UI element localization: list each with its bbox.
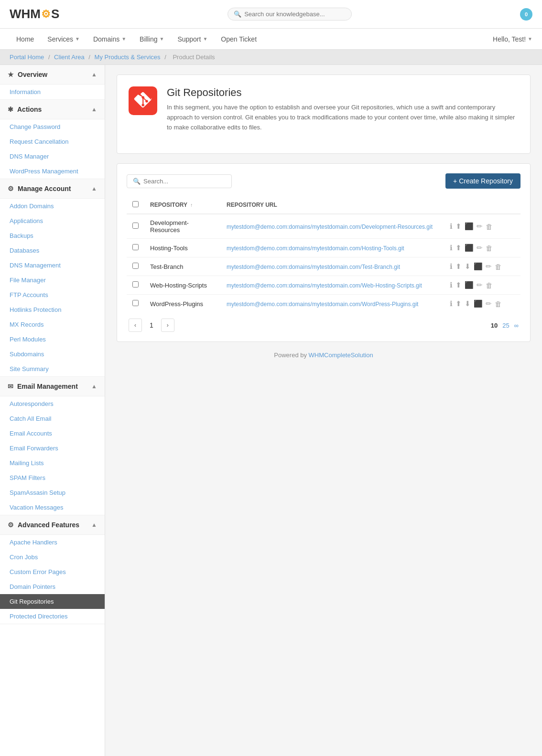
edit-icon[interactable]: ✏ xyxy=(486,299,492,308)
delete-icon[interactable]: 🗑 xyxy=(486,244,493,252)
prev-page-button[interactable]: ‹ xyxy=(129,319,142,332)
actions-chevron: ▲ xyxy=(91,106,97,113)
download-icon[interactable]: ⬇ xyxy=(465,299,471,308)
sidebar-item-catch-all-email[interactable]: Catch All Email xyxy=(0,411,105,426)
info-icon[interactable]: ℹ xyxy=(450,244,453,252)
repo-actions-cell: ℹ ⬆ ⬛ ✏ 🗑 xyxy=(444,214,520,239)
upload-icon[interactable]: ⬆ xyxy=(455,244,462,252)
nav-open-ticket[interactable]: Open Ticket xyxy=(214,30,263,49)
repository-column-header[interactable]: REPOSITORY ↑ xyxy=(144,196,221,214)
sidebar-item-custom-error-pages[interactable]: Custom Error Pages xyxy=(0,564,105,579)
page-size-all[interactable]: ∞ xyxy=(514,322,519,329)
row-checkbox-cell xyxy=(127,257,144,276)
delete-icon[interactable]: 🗑 xyxy=(486,281,493,289)
sidebar-item-information[interactable]: Information xyxy=(0,85,105,99)
clone-icon[interactable]: ⬛ xyxy=(474,262,483,271)
knowledge-search[interactable]: 🔍 xyxy=(228,8,352,21)
cart-button[interactable]: 0 xyxy=(520,8,532,21)
clone-icon[interactable]: ⬛ xyxy=(474,299,483,308)
clone-icon[interactable]: ⬛ xyxy=(465,222,474,231)
clone-icon[interactable]: ⬛ xyxy=(465,281,474,289)
sidebar-item-wordpress-management[interactable]: WordPress Management xyxy=(0,164,105,179)
user-greeting[interactable]: Hello, Test! ▼ xyxy=(493,35,532,43)
page-size-10[interactable]: 10 xyxy=(491,322,498,329)
sidebar-item-email-forwarders[interactable]: Email Forwarders xyxy=(0,441,105,456)
edit-icon[interactable]: ✏ xyxy=(477,222,483,231)
sidebar-item-ftp-accounts[interactable]: FTP Accounts xyxy=(0,287,105,302)
sidebar-item-dns-management[interactable]: DNS Management xyxy=(0,258,105,273)
sidebar-item-request-cancellation[interactable]: Request Cancellation xyxy=(0,134,105,149)
sidebar-item-dns-manager[interactable]: DNS Manager xyxy=(0,149,105,164)
sidebar-item-apache-handlers[interactable]: Apache Handlers xyxy=(0,535,105,550)
select-all-checkbox[interactable] xyxy=(132,201,139,207)
sidebar-item-mailing-lists[interactable]: Mailing Lists xyxy=(0,456,105,470)
nav-support[interactable]: Support ▼ xyxy=(171,30,214,49)
sidebar-item-domain-pointers[interactable]: Domain Pointers xyxy=(0,579,105,594)
repo-url-5: mytestdom@demo.com:domains/mytestdomain.… xyxy=(227,301,418,308)
info-icon[interactable]: ℹ xyxy=(450,222,453,231)
sidebar-item-autoresponders[interactable]: Autoresponders xyxy=(0,396,105,411)
sidebar-item-databases[interactable]: Databases xyxy=(0,243,105,258)
sidebar-item-perl-modules[interactable]: Perl Modules xyxy=(0,332,105,347)
sidebar-section-actions-header[interactable]: ✱ Actions ▲ xyxy=(0,100,105,119)
sidebar-item-hotlinks-protection[interactable]: Hotlinks Protection xyxy=(0,302,105,317)
next-page-button[interactable]: › xyxy=(161,319,174,332)
sidebar-item-protected-directories[interactable]: Protected Directories xyxy=(0,609,105,624)
row-2-checkbox[interactable] xyxy=(132,244,139,250)
repo-table-body: Development-Resources mytestdom@demo.com… xyxy=(127,214,520,313)
row-5-checkbox[interactable] xyxy=(132,300,139,306)
clone-icon[interactable]: ⬛ xyxy=(465,244,474,252)
sidebar-item-vacation-messages[interactable]: Vacation Messages xyxy=(0,500,105,515)
sidebar-item-git-repositories[interactable]: Git Repositories xyxy=(0,594,105,609)
search-input[interactable] xyxy=(244,11,340,18)
sidebar-section-manage-account-header[interactable]: ⚙ Manage Account ▲ xyxy=(0,179,105,199)
breadcrumb-client-area[interactable]: Client Area xyxy=(54,53,85,61)
row-4-checkbox[interactable] xyxy=(132,281,139,287)
repo-search-box[interactable]: 🔍 xyxy=(127,174,232,188)
breadcrumb-my-products[interactable]: My Products & Services xyxy=(95,53,161,61)
sidebar-item-site-summary[interactable]: Site Summary xyxy=(0,362,105,376)
info-icon[interactable]: ℹ xyxy=(450,281,453,289)
sidebar-item-spam-filters[interactable]: SPAM Filters xyxy=(0,470,105,485)
sidebar-item-backups[interactable]: Backups xyxy=(0,228,105,243)
sidebar-section-advanced-features-header[interactable]: ⚙ Advanced Features ▲ xyxy=(0,515,105,535)
breadcrumb-portal-home[interactable]: Portal Home xyxy=(10,53,44,61)
sidebar-item-cron-jobs[interactable]: Cron Jobs xyxy=(0,550,105,564)
sidebar-item-subdomains[interactable]: Subdomains xyxy=(0,347,105,362)
sidebar-item-mx-records[interactable]: MX Records xyxy=(0,317,105,332)
current-page: 1 xyxy=(146,321,157,329)
repo-name-cell: WordPress-Plugins xyxy=(144,295,221,313)
page-size-25[interactable]: 25 xyxy=(502,322,509,329)
sidebar-item-email-accounts[interactable]: Email Accounts xyxy=(0,426,105,441)
sidebar-item-file-manager[interactable]: File Manager xyxy=(0,273,105,287)
download-icon[interactable]: ⬇ xyxy=(465,262,471,271)
nav-home[interactable]: Home xyxy=(10,30,41,49)
upload-icon[interactable]: ⬆ xyxy=(455,222,462,231)
delete-icon[interactable]: 🗑 xyxy=(495,263,502,271)
delete-icon[interactable]: 🗑 xyxy=(486,223,493,231)
upload-icon[interactable]: ⬆ xyxy=(455,299,462,308)
delete-icon[interactable]: 🗑 xyxy=(495,300,502,308)
upload-icon[interactable]: ⬆ xyxy=(455,262,462,271)
sidebar-section-overview-header[interactable]: ★ Overview ▲ xyxy=(0,65,105,85)
repo-search-input[interactable] xyxy=(143,178,226,185)
nav-billing[interactable]: Billing ▼ xyxy=(133,30,171,49)
edit-icon[interactable]: ✏ xyxy=(486,262,492,271)
edit-icon[interactable]: ✏ xyxy=(477,244,483,252)
create-repository-button[interactable]: + Create Repository xyxy=(445,173,520,189)
info-icon[interactable]: ℹ xyxy=(450,262,453,271)
nav-domains[interactable]: Domains ▼ xyxy=(87,30,133,49)
sidebar-section-email-management-header[interactable]: ✉ Email Management ▲ xyxy=(0,377,105,396)
edit-icon[interactable]: ✏ xyxy=(477,281,483,289)
sidebar-item-spamassasin-setup[interactable]: SpamAssasin Setup xyxy=(0,485,105,500)
upload-icon[interactable]: ⬆ xyxy=(455,281,462,289)
info-icon[interactable]: ℹ xyxy=(450,299,453,308)
row-1-checkbox[interactable] xyxy=(132,223,139,229)
repo-actions-cell: ℹ ⬆ ⬇ ⬛ ✏ 🗑 xyxy=(444,295,520,313)
sidebar-item-applications[interactable]: Applications xyxy=(0,213,105,228)
sidebar-item-addon-domains[interactable]: Addon Domains xyxy=(0,199,105,213)
sidebar-item-change-password[interactable]: Change Password xyxy=(0,119,105,134)
row-3-checkbox[interactable] xyxy=(132,263,139,269)
footer-link[interactable]: WHMCompleteSolution xyxy=(309,351,373,359)
nav-services[interactable]: Services ▼ xyxy=(41,30,87,49)
